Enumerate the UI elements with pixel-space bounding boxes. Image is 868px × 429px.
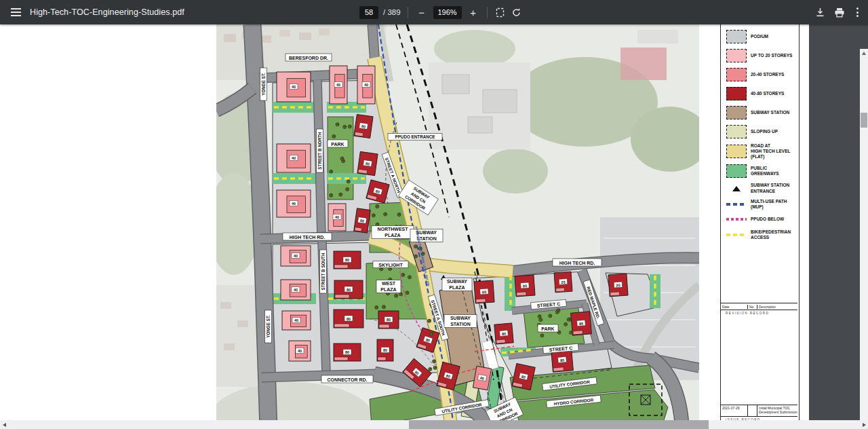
svg-text:STREET B SOUTH: STREET B SOUTH	[321, 253, 326, 290]
tree	[549, 314, 552, 318]
building-80-storeys: 80	[515, 275, 535, 297]
tree-dot	[431, 333, 433, 335]
building-storey-label: 80	[366, 162, 370, 166]
legend-item-label: MULTI-USE PATH (MUP)	[751, 199, 787, 210]
building-storey-label: 80	[579, 321, 584, 326]
legend-item-label: 20-40 STOREYS	[751, 72, 784, 77]
tree	[567, 318, 570, 321]
tree-dot	[384, 306, 385, 307]
svg-text:NORTHWEST: NORTHWEST	[377, 227, 408, 231]
zoom-in-button[interactable]: +	[467, 4, 480, 20]
scroll-right-arrow[interactable]	[860, 420, 868, 429]
legend-item-up-to-20-storeys: UP TO 20 STOREYS	[726, 48, 797, 63]
legend-item-label: SLOPING UP	[751, 129, 778, 134]
legend-item-label: PPUDO BELOW	[751, 217, 784, 222]
svg-text:SKYLIGHT: SKYLIGHT	[378, 263, 403, 267]
scroll-up-arrow[interactable]	[860, 49, 868, 57]
legend-item-40-80-storeys: 40-80 STOREYS	[726, 86, 797, 101]
tree-dot	[334, 135, 335, 136]
building-storey-label: 40	[336, 83, 340, 87]
building-80-storeys: 80	[334, 280, 363, 299]
scroll-left-arrow[interactable]	[0, 420, 8, 429]
tree	[433, 360, 436, 363]
legend-item-sloping-up: SLOPING UP	[726, 124, 797, 139]
tree	[539, 318, 542, 321]
tree-dot	[331, 194, 332, 195]
revision-header-cell: Description	[757, 305, 797, 309]
tree-dot	[429, 320, 431, 321]
building-storey-label: 80	[387, 318, 391, 322]
tree	[348, 125, 351, 128]
revision-table-body	[721, 318, 797, 405]
building-80-storeys: 80	[354, 208, 371, 233]
tree-dot	[385, 213, 387, 214]
svg-text:HIGH TECH RD.: HIGH TECH RD.	[290, 235, 326, 240]
20-40-storeys-swatch	[726, 68, 747, 81]
vertical-scrollbar-thumb[interactable]	[861, 113, 867, 128]
tree	[340, 157, 344, 160]
revision-cell	[748, 405, 757, 416]
tree	[332, 134, 336, 138]
tree	[395, 294, 398, 297]
building-40-storeys: 40	[282, 311, 311, 330]
40-80-storeys-swatch	[726, 87, 747, 100]
svg-text:CONNECTOR RD.: CONNECTOR RD.	[328, 377, 368, 382]
legend-item-podium: PODIUM	[726, 29, 797, 44]
revision-header-cell: Date	[721, 305, 748, 309]
legend-item-label: PODIUM	[751, 34, 768, 39]
tree	[430, 332, 433, 335]
legend-item-label: SUBWAY STATION	[751, 110, 789, 115]
building-80-storeys: 80	[571, 312, 592, 335]
tree	[339, 193, 342, 196]
building-80-storeys: 80	[334, 251, 361, 269]
tree-dot	[430, 368, 431, 369]
more-options-icon[interactable]	[852, 7, 863, 17]
print-icon[interactable]	[833, 7, 845, 18]
tree-dot	[410, 276, 411, 278]
tree-dot	[337, 124, 338, 125]
document-title: High-Tech-TOC-Engineering-Studies.pdf	[30, 7, 184, 17]
horizontal-scrollbar[interactable]	[0, 420, 868, 429]
tree-dot	[540, 316, 541, 317]
rotate-icon[interactable]	[511, 7, 522, 18]
revision-header-cell: No.	[748, 305, 757, 309]
building-storey-label: 80	[560, 358, 565, 362]
building-storey-label: 40	[292, 202, 296, 206]
page-total: / 389	[383, 8, 401, 16]
tree-dot	[343, 160, 344, 162]
tree	[414, 255, 417, 258]
menu-icon[interactable]	[4, 0, 27, 24]
building-storey-label: 80	[383, 348, 387, 352]
fit-page-icon[interactable]	[494, 7, 506, 18]
tree	[376, 205, 379, 208]
tree	[414, 244, 417, 248]
legend: PODIUMUP TO 20 STOREYS20-40 STOREYS40-80…	[726, 29, 797, 245]
pdf-viewer-window: High-Tech-TOC-Engineering-Studies.pdf / …	[0, 0, 868, 429]
svg-text:PARK: PARK	[331, 142, 344, 147]
horizontal-scrollbar-thumb[interactable]	[409, 420, 709, 429]
tree-dot	[571, 332, 572, 333]
tree-dot	[416, 255, 417, 257]
vertical-scrollbar[interactable]	[860, 49, 868, 429]
building-20-storeys: 20	[554, 272, 572, 293]
building-storey-label: 80	[347, 317, 351, 321]
revision-record-label: REVISION RECORD	[721, 310, 797, 318]
download-icon[interactable]	[814, 7, 826, 18]
tree-dot	[557, 311, 559, 312]
tree	[540, 334, 544, 337]
tree	[433, 366, 437, 369]
page-number-input[interactable]	[359, 7, 379, 17]
tree-dot	[347, 188, 349, 189]
zoom-out-button[interactable]: −	[415, 4, 429, 20]
building-storey-label: 80	[347, 288, 351, 292]
page-number-box	[359, 6, 378, 19]
tree	[406, 291, 409, 295]
legend-item-bike-pedestrian-access: BIKE/PEDESTRIAN ACCESS	[726, 229, 797, 240]
building-storey-label: 80	[502, 331, 507, 336]
tree-dot	[566, 323, 567, 324]
tree	[564, 322, 568, 326]
tree	[401, 273, 405, 276]
building-20-storeys: 20	[608, 274, 628, 297]
building-storey-label: 80	[360, 219, 365, 223]
legend-item-label: BIKE/PEDESTRIAN ACCESS	[751, 229, 791, 240]
